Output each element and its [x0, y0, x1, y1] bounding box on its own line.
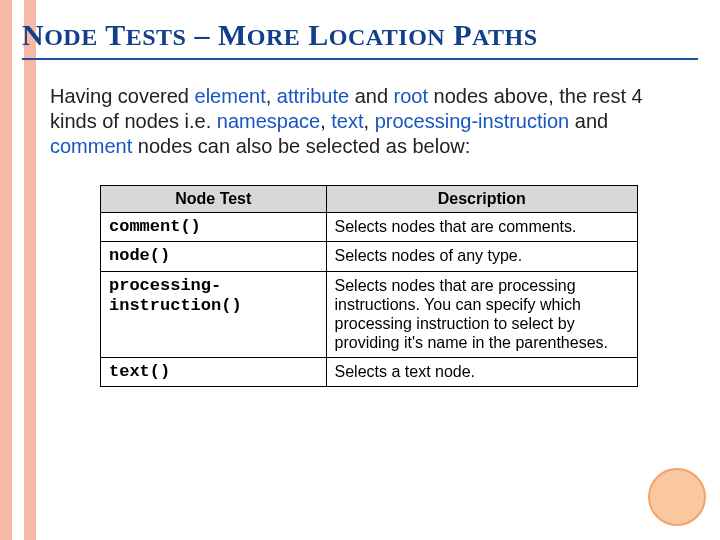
cell-description: Selects a text node.: [326, 357, 637, 386]
decorative-circle-icon: [648, 468, 706, 526]
cell-node-test: node(): [101, 242, 327, 271]
cell-node-test: text(): [101, 357, 327, 386]
intro-paragraph: Having covered element, attribute and ro…: [50, 84, 668, 159]
cell-description: Selects nodes that are processing instru…: [326, 271, 637, 357]
cell-node-test: comment(): [101, 213, 327, 242]
slide-content: NODE TESTS – MORE LOCATION PATHS Having …: [0, 0, 720, 540]
col-header-node-test: Node Test: [101, 186, 327, 213]
cell-description: Selects nodes of any type.: [326, 242, 637, 271]
table-row: node() Selects nodes of any type.: [101, 242, 638, 271]
cell-description: Selects nodes that are comments.: [326, 213, 637, 242]
table-row: processing-instruction() Selects nodes t…: [101, 271, 638, 357]
table-header-row: Node Test Description: [101, 186, 638, 213]
table-row: text() Selects a text node.: [101, 357, 638, 386]
table-row: comment() Selects nodes that are comment…: [101, 213, 638, 242]
page-title: NODE TESTS – MORE LOCATION PATHS: [22, 18, 698, 60]
node-tests-table: Node Test Description comment() Selects …: [100, 185, 638, 387]
col-header-description: Description: [326, 186, 637, 213]
cell-node-test: processing-instruction(): [101, 271, 327, 357]
node-tests-table-wrap: Node Test Description comment() Selects …: [100, 185, 638, 387]
